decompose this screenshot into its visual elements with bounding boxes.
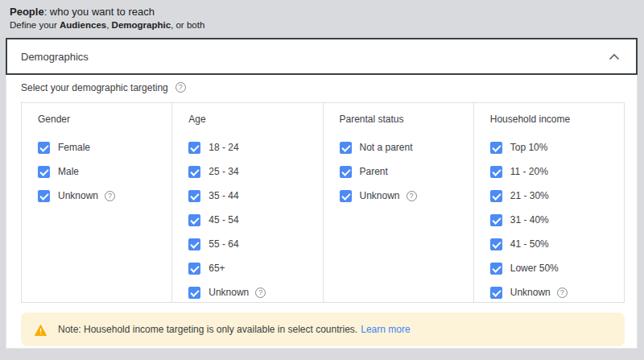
income-note-banner: Note: Household income targeting is only… <box>21 312 625 346</box>
checkbox-option[interactable]: 35 - 44 <box>188 190 322 202</box>
checkbox-checked[interactable] <box>188 263 200 275</box>
option-label: Unknown <box>360 190 400 202</box>
demographics-section-header[interactable]: Demographics <box>6 38 638 75</box>
subtitle-audiences: Audiences <box>60 20 106 30</box>
checkbox-checked[interactable] <box>490 287 502 299</box>
checkbox-checked[interactable] <box>188 214 200 226</box>
option-label: Unknown <box>58 190 98 202</box>
option-label: Not a parent <box>360 142 413 154</box>
checkbox-checked[interactable] <box>490 263 502 275</box>
checkbox-option[interactable]: Unknown? <box>38 190 171 202</box>
checkbox-option[interactable]: 65+ <box>188 263 322 275</box>
people-title-bold: People <box>10 6 44 18</box>
column-title: Household income <box>490 114 624 125</box>
checkbox-checked[interactable] <box>340 142 352 154</box>
checkbox-option[interactable]: Lower 50% <box>490 263 624 275</box>
help-icon[interactable]: ? <box>407 191 417 201</box>
column-parental-status: Parental statusNot a parentParentUnknown… <box>323 103 473 302</box>
checkbox-option[interactable]: Unknown? <box>340 190 473 202</box>
option-label: 65+ <box>208 263 225 275</box>
checkbox-option[interactable]: Parent <box>340 166 473 178</box>
checkbox-checked[interactable] <box>490 166 502 178</box>
checkbox-checked[interactable] <box>38 190 50 202</box>
help-icon[interactable]: ? <box>255 288 266 298</box>
checkbox-option[interactable]: 45 - 54 <box>188 214 322 226</box>
checkbox-option[interactable]: Male <box>38 166 171 178</box>
column-title: Age <box>188 114 322 125</box>
checkbox-checked[interactable] <box>490 190 502 202</box>
note-text: Note: Household income targeting is only… <box>58 324 357 335</box>
demographics-card: Demographics Select your demographic tar… <box>6 38 638 349</box>
column-age: Age18 - 2425 - 3435 - 4445 - 5455 - 6465… <box>171 103 322 302</box>
checkbox-option[interactable]: Unknown? <box>490 287 624 299</box>
people-title-rest: : who you want to reach <box>44 6 155 18</box>
people-header: People: who you want to reach Define you… <box>10 6 204 31</box>
section-title: Demographics <box>21 51 89 63</box>
subtitle-demographic: Demographic <box>112 20 171 30</box>
checkbox-checked[interactable] <box>188 287 200 299</box>
checkbox-checked[interactable] <box>188 190 200 202</box>
option-label: 21 - 30% <box>510 190 549 202</box>
option-label: Unknown <box>208 287 249 299</box>
learn-more-link[interactable]: Learn more <box>361 324 410 335</box>
checkbox-option[interactable]: 11 - 20% <box>490 166 624 178</box>
checkbox-option[interactable]: Female <box>38 142 171 154</box>
checkbox-option[interactable]: 41 - 50% <box>490 238 624 250</box>
checkbox-option[interactable]: Top 10% <box>490 142 624 154</box>
people-subtitle: Define your Audiences, Demographic, or b… <box>10 19 204 31</box>
checkbox-option[interactable]: 18 - 24 <box>188 142 322 154</box>
demographics-panel: GenderFemaleMaleUnknown?Age18 - 2425 - 3… <box>21 102 625 303</box>
checkbox-checked[interactable] <box>38 166 50 178</box>
option-label: Parent <box>360 166 388 178</box>
demographics-card-body: Select your demographic targeting ? Gend… <box>6 75 638 349</box>
option-label: Top 10% <box>510 142 548 154</box>
option-label: 18 - 24 <box>208 142 238 154</box>
checkbox-checked[interactable] <box>340 190 352 202</box>
checkbox-checked[interactable] <box>188 238 200 250</box>
option-label: Unknown <box>510 287 551 299</box>
checkbox-checked[interactable] <box>490 142 502 154</box>
option-label: Female <box>58 142 90 154</box>
subtitle-suffix: , or both <box>171 20 204 30</box>
column-title: Parental status <box>340 114 473 125</box>
checkbox-checked[interactable] <box>38 142 50 154</box>
targeting-label: Select your demographic targeting <box>21 82 168 93</box>
warning-icon <box>34 324 47 336</box>
checkbox-checked[interactable] <box>490 238 502 250</box>
option-label: Lower 50% <box>510 263 559 275</box>
option-label: 45 - 54 <box>208 214 238 226</box>
targeting-label-row: Select your demographic targeting ? <box>21 81 625 93</box>
option-label: 25 - 34 <box>208 166 238 178</box>
option-label: 11 - 20% <box>510 166 548 178</box>
column-gender: GenderFemaleMaleUnknown? <box>22 103 171 302</box>
checkbox-option[interactable]: 55 - 64 <box>188 238 322 250</box>
checkbox-option[interactable]: 25 - 34 <box>188 166 322 178</box>
option-label: 31 - 40% <box>510 214 549 226</box>
option-label: 55 - 64 <box>208 238 238 250</box>
checkbox-checked[interactable] <box>490 214 502 226</box>
checkbox-option[interactable]: Not a parent <box>340 142 473 154</box>
checkbox-checked[interactable] <box>340 166 352 178</box>
checkbox-option[interactable]: 31 - 40% <box>490 214 624 226</box>
option-label: 35 - 44 <box>208 190 238 202</box>
checkbox-checked[interactable] <box>188 166 200 178</box>
help-icon[interactable]: ? <box>557 288 568 298</box>
option-label: Male <box>58 166 79 178</box>
column-title: Gender <box>38 114 171 125</box>
help-icon[interactable]: ? <box>175 82 186 93</box>
checkbox-option[interactable]: 21 - 30% <box>490 190 624 202</box>
checkbox-option[interactable]: Unknown? <box>188 287 322 299</box>
column-household-income: Household incomeTop 10%11 - 20%21 - 30%3… <box>473 103 624 302</box>
people-title: People: who you want to reach <box>10 6 204 19</box>
help-icon[interactable]: ? <box>105 191 115 201</box>
option-label: 41 - 50% <box>510 238 549 250</box>
chevron-up-icon[interactable] <box>609 53 620 60</box>
checkbox-checked[interactable] <box>188 142 200 154</box>
subtitle-prefix: Define your <box>10 20 60 30</box>
